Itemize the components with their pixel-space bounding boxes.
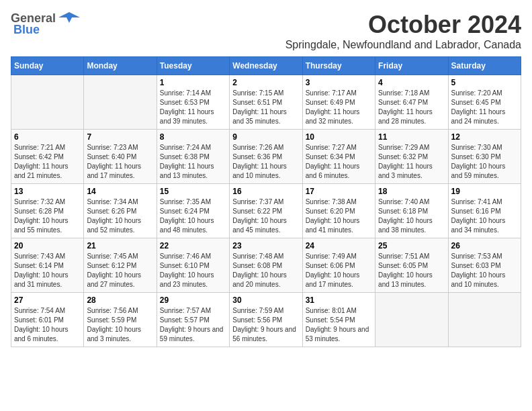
calendar-cell: 22Sunrise: 7:46 AMSunset: 6:10 PMDayligh…: [157, 238, 229, 293]
day-info: Sunrise: 8:01 AMSunset: 5:54 PMDaylight:…: [306, 306, 372, 344]
calendar-cell: 31Sunrise: 8:01 AMSunset: 5:54 PMDayligh…: [302, 293, 375, 347]
day-info: Sunrise: 7:15 AMSunset: 6:51 PMDaylight:…: [232, 89, 299, 126]
calendar-cell: 17Sunrise: 7:38 AMSunset: 6:20 PMDayligh…: [302, 184, 375, 238]
day-info: Sunrise: 7:35 AMSunset: 6:24 PMDaylight:…: [160, 197, 226, 235]
logo: General Blue: [11, 11, 80, 37]
day-info: Sunrise: 7:59 AMSunset: 5:56 PMDaylight:…: [232, 306, 299, 344]
calendar-cell: 14Sunrise: 7:34 AMSunset: 6:26 PMDayligh…: [84, 184, 157, 238]
day-info: Sunrise: 7:30 AMSunset: 6:30 PMDaylight:…: [451, 143, 518, 181]
day-number: 23: [232, 241, 299, 250]
day-info: Sunrise: 7:38 AMSunset: 6:20 PMDaylight:…: [306, 197, 372, 235]
day-number: 20: [14, 241, 81, 250]
calendar-cell: 2Sunrise: 7:15 AMSunset: 6:51 PMDaylight…: [230, 75, 302, 130]
calendar-cell: 27Sunrise: 7:54 AMSunset: 6:01 PMDayligh…: [11, 293, 84, 347]
day-number: 25: [378, 241, 445, 250]
day-info: Sunrise: 7:53 AMSunset: 6:03 PMDaylight:…: [451, 252, 518, 289]
day-info: Sunrise: 7:14 AMSunset: 6:53 PMDaylight:…: [160, 89, 226, 126]
day-info: Sunrise: 7:45 AMSunset: 6:12 PMDaylight:…: [87, 252, 153, 289]
calendar-cell: 15Sunrise: 7:35 AMSunset: 6:24 PMDayligh…: [157, 184, 229, 238]
day-header-tuesday: Tuesday: [157, 57, 229, 75]
calendar-cell: 20Sunrise: 7:43 AMSunset: 6:14 PMDayligh…: [11, 238, 84, 293]
day-number: 19: [451, 187, 518, 196]
day-number: 11: [378, 132, 445, 142]
calendar-cell: 6Sunrise: 7:21 AMSunset: 6:42 PMDaylight…: [11, 130, 84, 184]
day-number: 24: [306, 241, 372, 250]
calendar-cell: [84, 75, 157, 130]
calendar-cell: 8Sunrise: 7:24 AMSunset: 6:38 PMDaylight…: [157, 130, 229, 184]
day-number: 16: [232, 187, 299, 196]
day-number: 21: [87, 241, 153, 250]
day-number: 3: [306, 78, 372, 87]
calendar-cell: [448, 293, 521, 347]
day-info: Sunrise: 7:29 AMSunset: 6:32 PMDaylight:…: [378, 143, 445, 181]
calendar-cell: 25Sunrise: 7:51 AMSunset: 6:05 PMDayligh…: [375, 238, 448, 293]
day-header-sunday: Sunday: [11, 57, 84, 75]
day-number: 17: [306, 187, 372, 196]
calendar-cell: 3Sunrise: 7:17 AMSunset: 6:49 PMDaylight…: [302, 75, 375, 130]
calendar-cell: 13Sunrise: 7:32 AMSunset: 6:28 PMDayligh…: [11, 184, 84, 238]
calendar-cell: 26Sunrise: 7:53 AMSunset: 6:03 PMDayligh…: [448, 238, 521, 293]
location-subtitle: Springdale, Newfoundland and Labrador, C…: [285, 39, 521, 51]
day-number: 28: [87, 295, 153, 305]
day-info: Sunrise: 7:21 AMSunset: 6:42 PMDaylight:…: [14, 143, 81, 181]
calendar-cell: 1Sunrise: 7:14 AMSunset: 6:53 PMDaylight…: [157, 75, 229, 130]
week-row-2: 6Sunrise: 7:21 AMSunset: 6:42 PMDaylight…: [11, 130, 521, 184]
day-info: Sunrise: 7:56 AMSunset: 5:59 PMDaylight:…: [87, 306, 153, 344]
day-number: 26: [451, 241, 518, 250]
day-number: 22: [160, 241, 226, 250]
calendar-cell: 5Sunrise: 7:20 AMSunset: 6:45 PMDaylight…: [448, 75, 521, 130]
day-number: 18: [378, 187, 445, 196]
day-number: 9: [232, 132, 299, 142]
week-row-1: 1Sunrise: 7:14 AMSunset: 6:53 PMDaylight…: [11, 75, 521, 130]
day-number: 30: [232, 295, 299, 305]
day-info: Sunrise: 7:48 AMSunset: 6:08 PMDaylight:…: [232, 252, 299, 289]
day-number: 14: [87, 187, 153, 196]
calendar-cell: [11, 75, 84, 130]
week-row-3: 13Sunrise: 7:32 AMSunset: 6:28 PMDayligh…: [11, 184, 521, 238]
calendar-cell: 28Sunrise: 7:56 AMSunset: 5:59 PMDayligh…: [84, 293, 157, 347]
calendar-cell: 29Sunrise: 7:57 AMSunset: 5:57 PMDayligh…: [157, 293, 229, 347]
day-info: Sunrise: 7:23 AMSunset: 6:40 PMDaylight:…: [87, 143, 153, 181]
day-header-wednesday: Wednesday: [230, 57, 302, 75]
header: General Blue October 2024 Springdale, Ne…: [11, 11, 521, 51]
day-info: Sunrise: 7:34 AMSunset: 6:26 PMDaylight:…: [87, 197, 153, 235]
day-number: 13: [14, 187, 81, 196]
day-info: Sunrise: 7:18 AMSunset: 6:47 PMDaylight:…: [378, 89, 445, 126]
calendar-cell: 9Sunrise: 7:26 AMSunset: 6:36 PMDaylight…: [230, 130, 302, 184]
day-info: Sunrise: 7:43 AMSunset: 6:14 PMDaylight:…: [14, 252, 81, 289]
day-number: 15: [160, 187, 226, 196]
day-number: 1: [160, 78, 226, 87]
day-header-saturday: Saturday: [448, 57, 521, 75]
day-info: Sunrise: 7:40 AMSunset: 6:18 PMDaylight:…: [378, 197, 445, 235]
logo-blue: Blue: [13, 23, 40, 37]
day-number: 29: [160, 295, 226, 305]
logo-bird-icon: [58, 11, 80, 26]
calendar-cell: [375, 293, 448, 347]
day-info: Sunrise: 7:32 AMSunset: 6:28 PMDaylight:…: [14, 197, 81, 235]
week-row-4: 20Sunrise: 7:43 AMSunset: 6:14 PMDayligh…: [11, 238, 521, 293]
days-header-row: SundayMondayTuesdayWednesdayThursdayFrid…: [11, 57, 521, 75]
day-number: 27: [14, 295, 81, 305]
day-number: 12: [451, 132, 518, 142]
day-info: Sunrise: 7:20 AMSunset: 6:45 PMDaylight:…: [451, 89, 518, 126]
day-header-friday: Friday: [375, 57, 448, 75]
calendar-cell: 10Sunrise: 7:27 AMSunset: 6:34 PMDayligh…: [302, 130, 375, 184]
day-info: Sunrise: 7:17 AMSunset: 6:49 PMDaylight:…: [306, 89, 372, 126]
calendar-cell: 24Sunrise: 7:49 AMSunset: 6:06 PMDayligh…: [302, 238, 375, 293]
svg-marker-0: [58, 12, 80, 23]
day-number: 4: [378, 78, 445, 87]
day-info: Sunrise: 7:57 AMSunset: 5:57 PMDaylight:…: [160, 306, 226, 344]
day-number: 5: [451, 78, 518, 87]
day-number: 2: [232, 78, 299, 87]
calendar-cell: 18Sunrise: 7:40 AMSunset: 6:18 PMDayligh…: [375, 184, 448, 238]
calendar-cell: 21Sunrise: 7:45 AMSunset: 6:12 PMDayligh…: [84, 238, 157, 293]
day-header-monday: Monday: [84, 57, 157, 75]
day-info: Sunrise: 7:37 AMSunset: 6:22 PMDaylight:…: [232, 197, 299, 235]
day-number: 8: [160, 132, 226, 142]
calendar-cell: 4Sunrise: 7:18 AMSunset: 6:47 PMDaylight…: [375, 75, 448, 130]
calendar-cell: 30Sunrise: 7:59 AMSunset: 5:56 PMDayligh…: [230, 293, 302, 347]
calendar-cell: 7Sunrise: 7:23 AMSunset: 6:40 PMDaylight…: [84, 130, 157, 184]
day-info: Sunrise: 7:41 AMSunset: 6:16 PMDaylight:…: [451, 197, 518, 235]
calendar-cell: 11Sunrise: 7:29 AMSunset: 6:32 PMDayligh…: [375, 130, 448, 184]
day-info: Sunrise: 7:54 AMSunset: 6:01 PMDaylight:…: [14, 306, 81, 344]
